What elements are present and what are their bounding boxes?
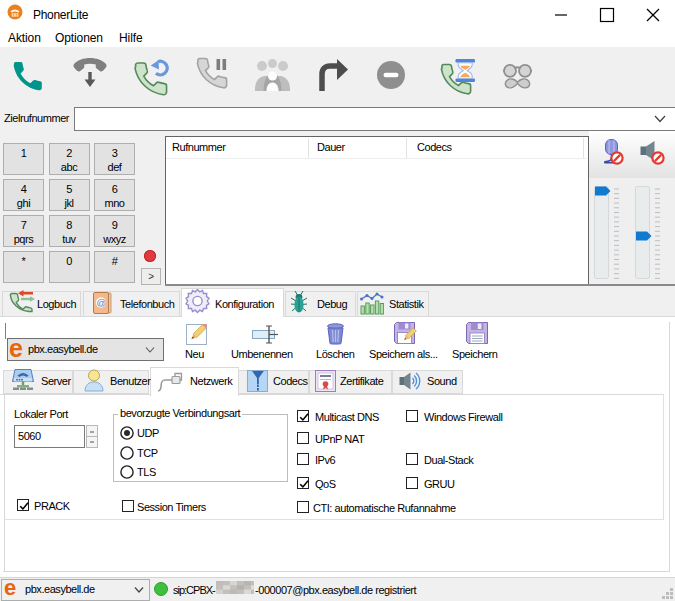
svg-text:@: @ (96, 297, 105, 308)
